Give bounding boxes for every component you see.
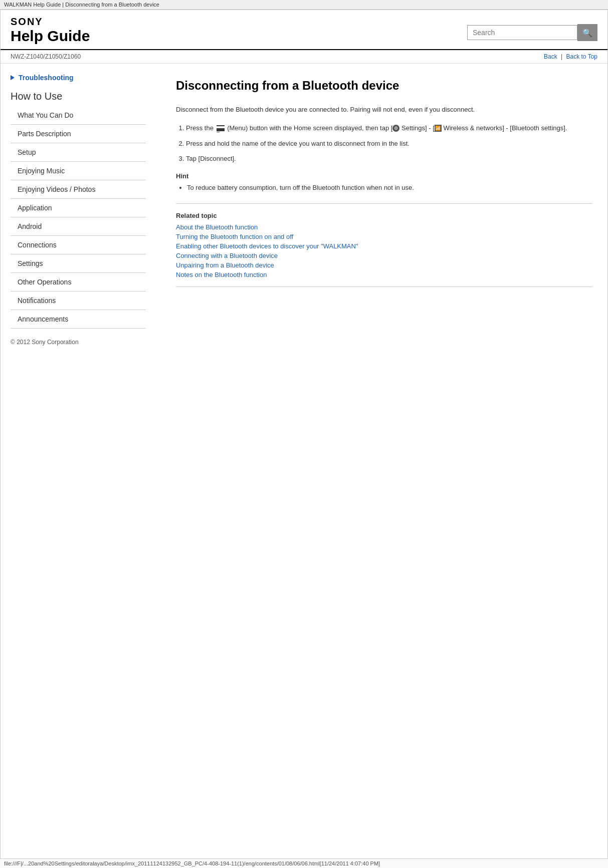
model-number: NWZ-Z1040/Z1050/Z1060 (11, 53, 81, 60)
troubleshooting-link[interactable]: Troubleshooting (11, 74, 146, 82)
page-wrapper: SONY Help Guide 🔍 NWZ-Z1040/Z1050/Z1060 … (0, 10, 608, 868)
step-1: Press the ≡ (Menu) button with the Home … (186, 123, 592, 134)
sidebar-nav-item[interactable]: Connections (11, 236, 146, 254)
article-title: Disconnecting from a Bluetooth device (176, 79, 592, 97)
divider (176, 203, 592, 204)
article-content: Disconnecting from a Bluetooth device Di… (156, 64, 607, 356)
chevron-right-icon (11, 75, 15, 80)
related-link-item: Unpairing from a Bluetooth device (176, 261, 592, 269)
hint-list: To reduce battery consumption, turn off … (187, 183, 592, 193)
sidebar-nav: What You Can DoParts DescriptionSetupEnj… (11, 106, 146, 329)
related-links: About the Bluetooth functionTurning the … (176, 223, 592, 278)
settings-icon: ⚙ (392, 125, 399, 132)
search-icon: 🔍 (582, 28, 592, 38)
back-link[interactable]: Back (544, 53, 557, 60)
related-link-item: Notes on the Bluetooth function (176, 271, 592, 278)
sidebar-nav-item[interactable]: Announcements (11, 310, 146, 329)
sidebar-nav-item[interactable]: Parts Description (11, 125, 146, 143)
menu-icon: ≡ (217, 125, 225, 131)
sidebar-nav-item[interactable]: Settings (11, 254, 146, 273)
wireless-icon: 📶 (435, 125, 442, 132)
hint-section: Hint To reduce battery consumption, turn… (176, 172, 592, 193)
header: SONY Help Guide 🔍 (1, 10, 607, 50)
related-link[interactable]: Notes on the Bluetooth function (176, 271, 267, 278)
header-branding: SONY Help Guide (11, 16, 90, 44)
related-link-item: Enabling other Bluetooth devices to disc… (176, 242, 592, 250)
sidebar-nav-item[interactable]: Setup (11, 143, 146, 162)
search-area: 🔍 (467, 24, 597, 41)
help-guide-title: Help Guide (11, 28, 90, 44)
sony-logo: SONY (11, 16, 90, 28)
sub-header: NWZ-Z1040/Z1050/Z1060 Back | Back to Top (1, 50, 607, 64)
related-link-item: Turning the Bluetooth function on and of… (176, 233, 592, 240)
sidebar-nav-item[interactable]: Android (11, 217, 146, 236)
how-to-use-title: How to Use (11, 91, 146, 102)
related-topic-title: Related topic (176, 212, 592, 219)
hint-title: Hint (176, 172, 592, 180)
related-link[interactable]: Unpairing from a Bluetooth device (176, 261, 274, 269)
sidebar-footer: © 2012 Sony Corporation (11, 339, 146, 346)
browser-title-text: WALKMAN Help Guide | Disconnecting from … (4, 2, 159, 8)
related-link[interactable]: About the Bluetooth function (176, 223, 258, 231)
nav-links: Back | Back to Top (544, 53, 597, 60)
related-link[interactable]: Enabling other Bluetooth devices to disc… (176, 242, 358, 250)
search-input[interactable] (467, 25, 577, 40)
sidebar-nav-item[interactable]: Enjoying Videos / Photos (11, 180, 146, 199)
related-link[interactable]: Connecting with a Bluetooth device (176, 252, 278, 259)
article-steps: Press the ≡ (Menu) button with the Home … (186, 123, 592, 164)
sidebar-nav-item[interactable]: Application (11, 199, 146, 217)
sidebar-nav-item[interactable]: Notifications (11, 292, 146, 310)
main-content: Troubleshooting How to Use What You Can … (1, 64, 607, 356)
divider-bottom (176, 286, 592, 287)
sidebar: Troubleshooting How to Use What You Can … (1, 64, 156, 356)
hint-item: To reduce battery consumption, turn off … (187, 183, 592, 193)
sidebar-nav-item[interactable]: What You Can Do (11, 106, 146, 125)
nav-separator: | (561, 53, 562, 60)
back-to-top-link[interactable]: Back to Top (566, 53, 597, 60)
sidebar-nav-item[interactable]: Enjoying Music (11, 162, 146, 180)
step-3: Tap [Disconnect]. (186, 154, 592, 164)
related-link-item: Connecting with a Bluetooth device (176, 252, 592, 259)
article-intro: Disconnect from the Bluetooth device you… (176, 105, 592, 115)
troubleshooting-label: Troubleshooting (19, 74, 74, 82)
browser-title-bar: WALKMAN Help Guide | Disconnecting from … (0, 0, 608, 10)
step-2: Press and hold the name of the device yo… (186, 139, 592, 149)
url-bar: file:///F|/...20and%20Settings/editorala… (0, 858, 608, 868)
related-link[interactable]: Turning the Bluetooth function on and of… (176, 233, 293, 240)
sidebar-nav-item[interactable]: Other Operations (11, 273, 146, 292)
search-button[interactable]: 🔍 (577, 24, 597, 41)
related-link-item: About the Bluetooth function (176, 223, 592, 231)
